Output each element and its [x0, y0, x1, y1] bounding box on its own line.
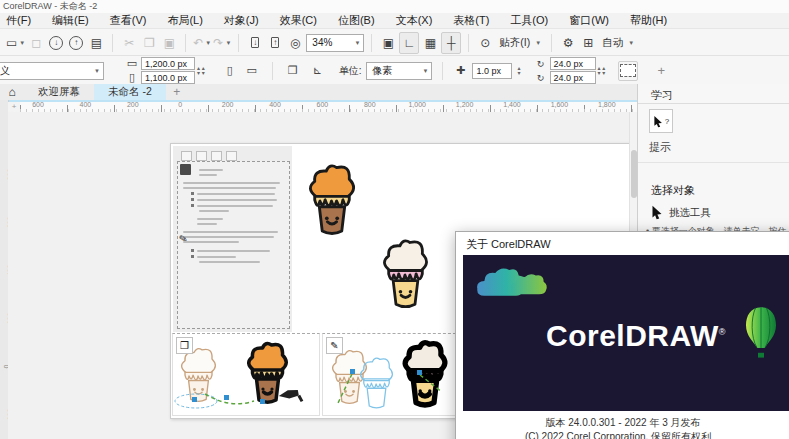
- open-from-cloud-icon-glyph: ↓: [49, 36, 63, 50]
- launcher-icon[interactable]: ⊞: [579, 33, 597, 53]
- window-title: CorelDRAW - 未命名 -2: [0, 0, 789, 13]
- save-icon: ◻: [27, 33, 45, 53]
- menu-item-6[interactable]: 位图(B): [338, 13, 375, 28]
- menu-item-10[interactable]: 窗口(W): [569, 13, 609, 28]
- text-line: [183, 182, 280, 184]
- separator: [371, 34, 372, 52]
- tutorial-dashed-box: [177, 161, 290, 329]
- h-ruler-number: 1,400: [503, 101, 521, 108]
- text-line: [191, 204, 284, 207]
- separator: [272, 62, 273, 80]
- open-from-cloud-icon[interactable]: ↓: [47, 33, 65, 53]
- duplicate-x-field[interactable]: 24.0 px: [550, 57, 596, 70]
- cupcake-orange[interactable]: [303, 163, 361, 239]
- menu-item-2[interactable]: 查看(V): [110, 13, 147, 28]
- nudge-field[interactable]: 1.0 px: [472, 63, 512, 79]
- cupcake-pink[interactable]: [377, 238, 434, 312]
- cupcake-black-shadow[interactable]: [397, 340, 453, 410]
- snap-icon[interactable]: ⊙: [476, 33, 494, 53]
- text-line: [183, 231, 278, 233]
- tab-welcome-screen[interactable]: 欢迎屏幕: [24, 84, 94, 100]
- menu-item-8[interactable]: 表格(T): [453, 13, 489, 28]
- treat-as-filled-button[interactable]: [618, 61, 638, 81]
- units-combo[interactable]: 像素▼: [366, 62, 432, 80]
- duplicate-y-field[interactable]: 24.0 px: [550, 71, 596, 84]
- menu-item-1[interactable]: 编辑(E): [52, 13, 89, 28]
- landscape-button[interactable]: ▭: [242, 61, 262, 81]
- copy-icon-glyph: ❐: [144, 36, 155, 50]
- page-height-field[interactable]: 1,100.0 px: [141, 71, 195, 84]
- show-rulers-icon[interactable]: ∟: [399, 32, 419, 54]
- h-ruler-number: 1,600: [551, 101, 569, 108]
- show-grid-icon-glyph: ▦: [425, 36, 436, 50]
- print-icon-glyph: ▤: [91, 36, 102, 50]
- menu-item-11[interactable]: 帮助(H): [630, 13, 667, 28]
- auto-dropdown[interactable]: 自动▼: [599, 36, 637, 50]
- text-gap: [183, 176, 284, 179]
- text-line: [183, 236, 274, 238]
- cut-icon-glyph: ✂: [124, 36, 134, 50]
- menu-item-9[interactable]: 工具(O): [510, 13, 548, 28]
- portrait-button[interactable]: ▯: [220, 61, 240, 81]
- nudge-offset-icon: ✚: [453, 64, 467, 77]
- save-to-cloud-icon[interactable]: ↑: [67, 33, 85, 53]
- home-tab-icon[interactable]: ⌂: [0, 84, 24, 100]
- print-icon[interactable]: ▤: [87, 33, 105, 53]
- menu-bar: 件(F)编辑(E)查看(V)布局(L)对象(J)效果(C)位图(B)文本(X)表…: [0, 13, 789, 28]
- pick-tool-hint-button[interactable]: ?: [649, 109, 673, 133]
- zoom-levels-icon[interactable]: ◎: [286, 33, 304, 53]
- cut-icon: ✂: [120, 33, 138, 53]
- text-gap: [183, 243, 284, 246]
- units-value: 像素: [372, 64, 392, 78]
- text-gap: [183, 212, 284, 215]
- export-icon[interactable]: ↑: [266, 33, 284, 53]
- zoom-level-combo[interactable]: 34%▼: [306, 34, 364, 52]
- show-grid-icon[interactable]: ▦: [421, 33, 439, 53]
- page-dimensions-icon[interactable]: ⊾: [308, 61, 328, 81]
- menu-item-4[interactable]: 对象(J): [224, 13, 259, 28]
- options-gear-icon[interactable]: ⚙: [559, 33, 577, 53]
- add-toolbar-item-button[interactable]: +: [651, 61, 671, 81]
- fullscreen-preview-icon[interactable]: ▣: [379, 33, 397, 53]
- show-guidelines-icon[interactable]: ┼: [441, 32, 461, 54]
- new-tab-button[interactable]: +: [166, 84, 188, 100]
- paste-icon-glyph: ▣: [164, 36, 175, 50]
- dialog-artwork: CorelDRAW®: [463, 255, 789, 411]
- duplicate-y-icon: ↻: [534, 73, 548, 83]
- separator: [442, 62, 443, 80]
- show-rulers-icon-glyph: ∟: [403, 36, 415, 50]
- menu-item-5[interactable]: 效果(C): [280, 13, 317, 28]
- tab-untitled-2[interactable]: 未命名 -2: [94, 84, 166, 100]
- menu-item-3[interactable]: 布局(L): [167, 13, 202, 28]
- h-ruler-number: 200: [127, 101, 139, 108]
- standard-toolbar: ▭▼◻↓↑▤✂❐▣↶▼↷▼↓↑◎34%▼▣∟▦┼⊙贴齐(I)▼⚙⊞自动▼: [0, 28, 789, 56]
- chevron-down-icon: ▼: [423, 68, 429, 74]
- text-line: [197, 218, 223, 220]
- pick-tool-label: 挑选工具: [669, 206, 711, 220]
- h-ruler-number: 400: [80, 101, 92, 108]
- page-preset-combo[interactable]: 自定义▼: [0, 62, 104, 80]
- version-text: 版本 24.0.0.301 - 2022 年 3 月发布: [456, 416, 789, 430]
- nudge-spinner[interactable]: ▴▾: [517, 66, 520, 76]
- current-page-icon[interactable]: ❐: [283, 61, 303, 81]
- export-icon-glyph: ↑: [271, 37, 279, 48]
- page-height-icon: ▯: [125, 71, 139, 84]
- page-width-field[interactable]: 1,200.0 px: [141, 57, 195, 70]
- duplicate-spinner[interactable]: ▴ ▴▾ ▾: [598, 66, 606, 76]
- cupcake-blue-outline[interactable]: [355, 356, 398, 412]
- menu-item-7[interactable]: 文本(X): [396, 13, 433, 28]
- import-icon[interactable]: ↓: [246, 33, 264, 53]
- snap-to-dropdown[interactable]: 贴齐(I)▼: [496, 36, 544, 50]
- cupcake-colored-left[interactable]: [241, 341, 294, 407]
- pick-tool-link[interactable]: 挑选工具: [651, 205, 711, 220]
- h-ruler-number: 600: [317, 101, 329, 108]
- page-size-spinner[interactable]: ▴ ▴▾ ▾: [197, 66, 205, 76]
- text-line: [183, 187, 276, 189]
- cupcake-sketch-left[interactable]: [176, 346, 221, 406]
- h-ruler-number: 800: [364, 101, 376, 108]
- dialog-title: 关于 CorelDRAW: [466, 237, 551, 252]
- menu-item-0[interactable]: 件(F): [6, 13, 31, 28]
- bullet-icon: [191, 255, 194, 258]
- tutorial-square: [226, 151, 237, 161]
- new-document-icon[interactable]: ▭▼: [6, 33, 25, 53]
